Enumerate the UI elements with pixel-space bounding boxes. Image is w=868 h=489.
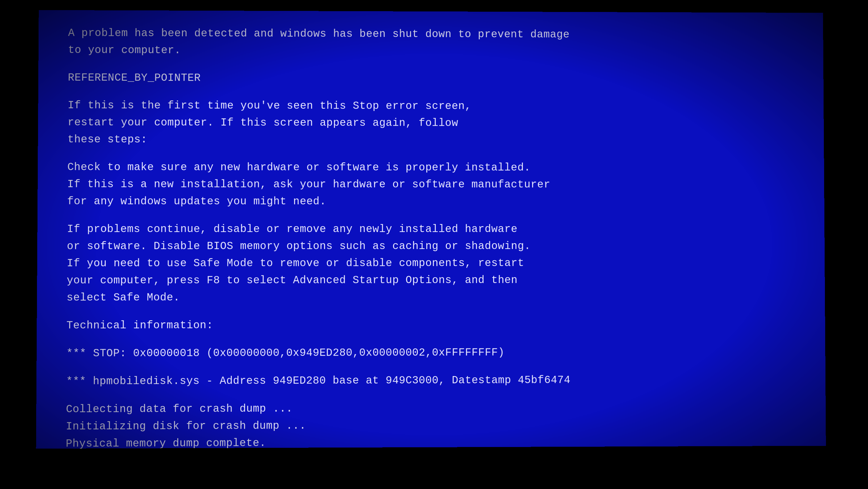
spacer-1 [68, 59, 800, 71]
bsod-line-13: your computer, press F8 to select Advanc… [67, 271, 801, 289]
spacer-6 [66, 333, 802, 345]
bsod-line-19: Initializing disk for crash dump ... [66, 416, 802, 435]
bsod-line-12: If you need to use Safe Mode to remove o… [67, 255, 801, 272]
spacer-7 [66, 361, 802, 373]
screen-bezel: A problem has been detected and windows … [0, 0, 868, 489]
bsod-line-6: these steps: [67, 131, 801, 149]
spacer-5 [66, 306, 801, 317]
bsod-line-5: restart your computer. If this screen ap… [67, 114, 800, 132]
bsod-line-18: Collecting data for crash dump ... [66, 399, 802, 418]
bsod-line-2: to your computer. [68, 42, 800, 61]
bsod-line-14: select Safe Mode. [66, 289, 801, 306]
bsod-line-7: Check to make sure any new hardware or s… [67, 159, 801, 177]
bsod-line-11: or software. Disable BIOS memory options… [67, 238, 801, 255]
bsod-line-15: Technical information: [66, 316, 802, 334]
spacer-3 [67, 148, 800, 160]
bsod-line-16: *** STOP: 0x00000018 (0x00000000,0x949ED… [66, 344, 802, 362]
bsod-line-1: A problem has been detected and windows … [68, 25, 800, 44]
bsod-line-10: If problems continue, disable or remove … [67, 221, 801, 238]
spacer-4 [67, 210, 801, 221]
bsod-line-17: *** hpmobiledisk.sys - Address 949ED280 … [66, 371, 802, 390]
spacer-2 [68, 86, 800, 99]
bsod-line-4: If this is the first time you've seen th… [67, 97, 800, 115]
bsod-line-8: If this is a new installation, ask your … [67, 176, 801, 193]
bsod-line-20: Physical memory dump complete. [66, 433, 802, 449]
bsod-line-9: for any windows updates you might need. [67, 193, 801, 210]
bsod-line-3: REFERENCE_BY_POINTER [68, 69, 800, 88]
bsod-screen: A problem has been detected and windows … [36, 10, 826, 449]
